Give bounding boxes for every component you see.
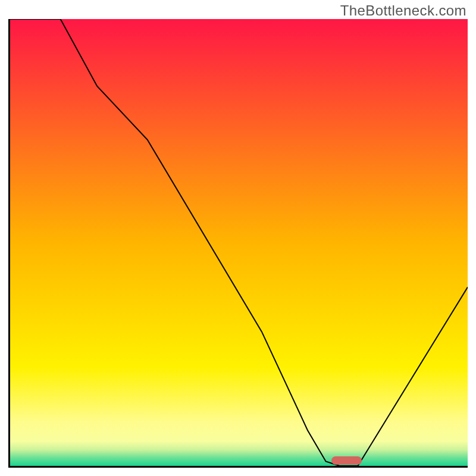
chart-plot-area bbox=[8, 19, 468, 468]
chart-svg bbox=[10, 19, 468, 466]
watermark-text: TheBottleneck.com bbox=[340, 2, 466, 19]
optimal-range-marker bbox=[331, 456, 362, 465]
